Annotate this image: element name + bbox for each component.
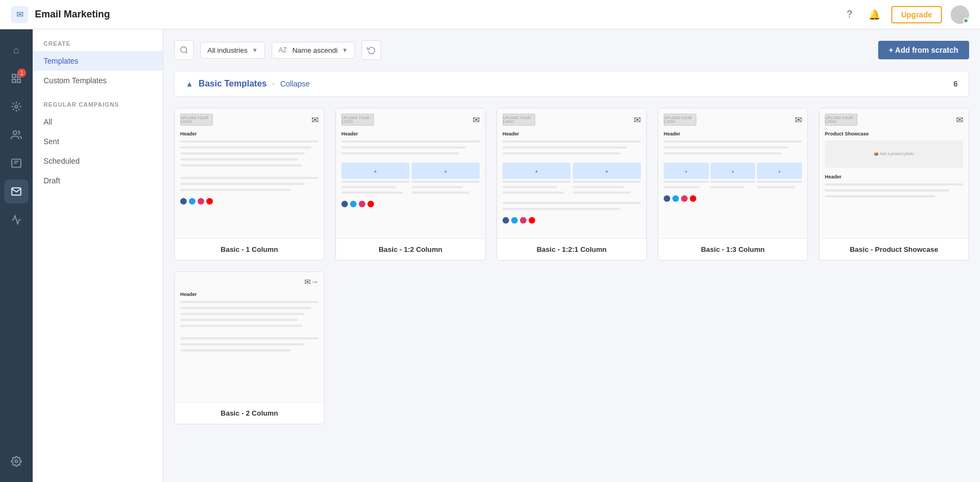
notifications-icon[interactable]: 🔔	[866, 7, 883, 23]
icon-sidebar: ⌂ 1	[0, 29, 33, 482]
template-grid: UPLOAD YOUR LOGO ✉ Header	[174, 108, 969, 261]
regular-campaigns-label: REGULAR CAMPAIGNS	[33, 90, 163, 112]
notification-badge: 1	[17, 69, 26, 77]
svg-point-4	[15, 106, 18, 108]
sidebar-item-automation[interactable]	[4, 95, 28, 119]
template-preview-1-2-1col: UPLOAD YOUR LOGO ✉ Header ▲	[497, 108, 646, 239]
svg-point-5	[13, 131, 17, 135]
topnav-right: ? 🔔 Upgrade	[841, 5, 969, 24]
template-preview-1-3col: UPLOAD YOUR LOGO ✉ Header ▲	[658, 108, 807, 239]
template-card-1col[interactable]: UPLOAD YOUR LOGO ✉ Header	[174, 108, 324, 261]
industry-dropdown[interactable]: All industries ▼	[200, 42, 265, 59]
template-name-1-3col: Basic - 1:3 Column	[658, 239, 807, 260]
sidebar-item-email[interactable]	[4, 180, 28, 203]
template-card-product[interactable]: UPLOAD YOUR LOGO ✉ Product Showcase 📦 Ad…	[819, 108, 969, 261]
nav-item-draft[interactable]: Draft	[33, 171, 163, 190]
template-name-1col: Basic - 1 Column	[175, 239, 324, 260]
nav-sidebar: CREATE Templates Custom Templates REGULA…	[33, 29, 163, 482]
template-card-1-3col[interactable]: UPLOAD YOUR LOGO ✉ Header ▲	[658, 108, 808, 261]
svg-line-9	[186, 52, 187, 53]
reset-button[interactable]	[362, 40, 381, 60]
upgrade-button[interactable]: Upgrade	[891, 6, 942, 23]
collapse-link[interactable]: Collapse	[280, 79, 310, 88]
template-preview-1-2col: UPLOAD YOUR LOGO ✉ Header ▲	[336, 108, 485, 239]
top-navigation: ✉ Email Marketing ? 🔔 Upgrade	[0, 0, 980, 29]
basic-templates-section-header: ▲ Basic Templates - Collapse 6	[174, 71, 969, 97]
nav-item-scheduled[interactable]: Scheduled	[33, 151, 163, 171]
sidebar-item-campaigns[interactable]: 1	[4, 66, 28, 90]
template-card-1-2-1col[interactable]: UPLOAD YOUR LOGO ✉ Header ▲	[497, 108, 647, 261]
help-icon[interactable]: ?	[841, 7, 857, 23]
toolbar: All industries ▼ AZ Name ascendi ▼ + Add…	[174, 40, 969, 60]
section-title: Basic Templates	[199, 79, 267, 89]
template-preview-1col: UPLOAD YOUR LOGO ✉ Header	[175, 108, 324, 239]
svg-rect-2	[13, 79, 16, 83]
svg-rect-0	[13, 75, 16, 78]
template-card-2col[interactable]: ✉→ Header Basic - 2 Column	[174, 271, 324, 424]
topnav-left: ✉ Email Marketing	[11, 6, 110, 23]
app-icon: ✉	[11, 6, 28, 23]
svg-rect-3	[17, 79, 21, 83]
template-preview-2col: ✉→ Header	[175, 272, 324, 403]
svg-point-7	[15, 460, 18, 463]
collapse-arrow-icon[interactable]: ▲	[186, 79, 193, 88]
add-from-scratch-button[interactable]: + Add from scratch	[878, 41, 969, 59]
sort-dropdown[interactable]: AZ Name ascendi ▼	[272, 42, 355, 59]
sidebar-item-forms[interactable]	[4, 151, 28, 175]
template-name-1-2col: Basic - 1:2 Column	[336, 239, 485, 260]
chevron-down-icon: ▼	[252, 47, 258, 53]
search-button[interactable]	[174, 40, 194, 60]
nav-item-sent[interactable]: Sent	[33, 132, 163, 151]
sidebar-item-home[interactable]: ⌂	[4, 38, 28, 62]
template-grid-row2: ✉→ Header Basic - 2 Column	[174, 271, 969, 424]
sidebar-item-settings[interactable]	[4, 449, 28, 473]
template-card-1-2col[interactable]: UPLOAD YOUR LOGO ✉ Header ▲	[335, 108, 486, 261]
template-name-product: Basic - Product Showcase	[819, 239, 969, 260]
template-name-1-2-1col: Basic - 1:2:1 Column	[497, 239, 646, 260]
content-area: All industries ▼ AZ Name ascendi ▼ + Add…	[163, 29, 980, 482]
section-separator: -	[272, 79, 275, 88]
template-name-2col: Basic - 2 Column	[175, 403, 324, 424]
sidebar-item-analytics[interactable]	[4, 208, 28, 232]
main-layout: ⌂ 1 CREATE Templates Custom Templates RE…	[0, 29, 980, 482]
avatar[interactable]	[951, 5, 969, 24]
app-title: Email Marketing	[35, 9, 110, 20]
template-preview-product: UPLOAD YOUR LOGO ✉ Product Showcase 📦 Ad…	[819, 108, 969, 239]
nav-item-templates[interactable]: Templates	[33, 51, 163, 71]
create-section-label: CREATE	[33, 29, 163, 51]
chevron-down-icon-sort: ▼	[342, 47, 348, 53]
sort-icon: AZ	[279, 46, 287, 54]
avatar-online-dot	[963, 18, 969, 23]
section-count: 6	[953, 79, 958, 88]
svg-point-8	[181, 47, 187, 53]
nav-item-custom-templates[interactable]: Custom Templates	[33, 71, 163, 90]
nav-item-all[interactable]: All	[33, 112, 163, 132]
sidebar-item-contacts[interactable]	[4, 123, 28, 147]
